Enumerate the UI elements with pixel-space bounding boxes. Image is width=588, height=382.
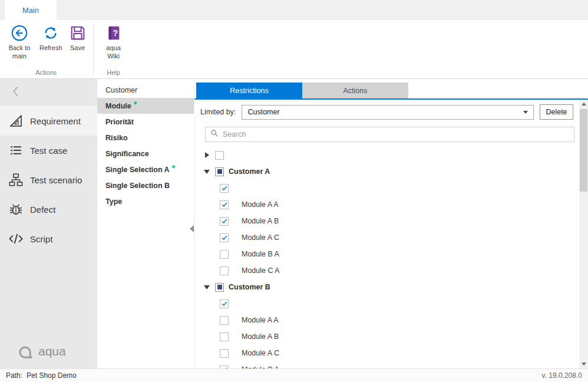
ribbon-tabstrip: Main — [0, 0, 588, 20]
expander-expanded-icon[interactable] — [204, 168, 210, 175]
tree-row[interactable]: Customer A — [194, 163, 588, 180]
ribbon-group-label: Actions — [2, 69, 90, 78]
tree-row[interactable]: Module A C — [194, 229, 588, 246]
tree-row[interactable] — [194, 180, 588, 196]
sidebar-item-defect[interactable]: Defect — [0, 195, 97, 224]
sidebar-item-requirement[interactable]: Requirement — [0, 106, 97, 136]
tree-row[interactable]: Module A B — [194, 213, 588, 229]
field-label: Priorität — [105, 118, 134, 126]
restrictions-tree: Customer AModule A AModule A BModule A C… — [194, 147, 588, 368]
ribbon-button-label: Save — [70, 44, 85, 52]
main-panel: Restrictions Actions Limited by: Custome… — [194, 79, 588, 368]
main-tabs: Restrictions Actions — [194, 83, 588, 100]
checkbox-partial[interactable] — [215, 167, 224, 176]
set-square-icon — [8, 113, 24, 129]
sidebar-item-label: Script — [30, 234, 52, 244]
ribbon-tab-main[interactable]: Main — [5, 0, 57, 20]
field-label: Single Selection B — [105, 182, 170, 190]
checkbox-checked[interactable] — [220, 184, 229, 193]
hierarchy-icon — [8, 172, 24, 187]
checkbox-checked[interactable] — [220, 233, 229, 242]
tab-restrictions[interactable]: Restrictions — [196, 83, 302, 98]
tree-row[interactable]: Module A A — [194, 196, 588, 213]
checkbox-unchecked[interactable] — [220, 266, 229, 275]
ribbon-body: Back to main Refresh Save Actions ? aqua… — [0, 20, 588, 78]
field-label: Significance — [105, 150, 149, 158]
sidebar-item-label: Test case — [30, 146, 67, 156]
scroll-down-icon[interactable] — [579, 360, 588, 368]
field-label: Customer — [105, 86, 137, 94]
checkbox-unchecked[interactable] — [220, 349, 229, 358]
checkbox-unchecked[interactable] — [215, 151, 224, 160]
panel-collapse-handle[interactable] — [190, 225, 194, 232]
partial-check-mark — [217, 169, 222, 174]
tree-item-label: Customer B — [229, 283, 270, 291]
tab-actions[interactable]: Actions — [302, 83, 408, 98]
content-area: Requirement Test case Test scenario Defe… — [0, 79, 588, 368]
vertical-scrollbar[interactable] — [579, 100, 588, 368]
checkbox-unchecked[interactable] — [220, 250, 229, 259]
field-label: Single Selection A — [105, 166, 170, 174]
checkbox-checked[interactable] — [220, 299, 229, 308]
field-item-risiko[interactable]: Risiko — [97, 130, 194, 146]
tree-row[interactable]: Module B A — [194, 361, 588, 368]
field-label: Type — [105, 197, 122, 206]
required-asterisk: * — [172, 163, 176, 173]
path-label: Path: — [6, 371, 22, 380]
sidebar-collapse-button[interactable] — [0, 79, 97, 106]
checkbox-unchecked[interactable] — [220, 316, 229, 325]
delete-button[interactable]: Delete — [540, 104, 573, 120]
svg-text:?: ? — [113, 28, 118, 38]
code-icon — [8, 231, 24, 246]
field-item-type[interactable]: Type — [97, 193, 194, 209]
aqua-wiki-button[interactable]: ? aqua Wiki — [97, 23, 131, 62]
required-asterisk: * — [134, 99, 137, 109]
tree-item-label: Module A C — [242, 349, 279, 357]
tree-row[interactable]: Module A C — [194, 345, 588, 361]
refresh-button[interactable]: Refresh — [37, 23, 65, 53]
ribbon-group-actions: Back to main Refresh Save Actions — [2, 20, 90, 78]
ribbon-group-label: Help — [97, 69, 131, 78]
scrollbar-thumb[interactable] — [580, 109, 587, 192]
ribbon-group-help: ? aqua Wiki Help — [97, 20, 131, 78]
sidebar-item-script[interactable]: Script — [0, 224, 97, 253]
ribbon-button-label: aqua Wiki — [100, 44, 128, 61]
tree-row[interactable] — [194, 295, 588, 312]
limited-by-value: Customer — [247, 108, 279, 116]
checkbox-partial[interactable] — [215, 283, 224, 292]
field-label: Module — [105, 102, 131, 110]
limited-by-dropdown[interactable]: Customer — [242, 105, 534, 120]
checkbox-unchecked[interactable] — [220, 332, 229, 341]
field-item-module[interactable]: Module* — [97, 98, 194, 114]
tree-item-label: Customer A — [229, 167, 270, 176]
field-item-single-selection-b[interactable]: Single Selection B — [97, 177, 194, 193]
field-item-priorit-t[interactable]: Priorität — [97, 114, 194, 130]
back-to-main-button[interactable]: Back to main — [2, 23, 37, 62]
checkbox-checked[interactable] — [220, 217, 229, 226]
ribbon-group-buttons: ? aqua Wiki — [97, 20, 131, 69]
sidebar-item-test-case[interactable]: Test case — [0, 136, 97, 165]
checkbox-checked[interactable] — [220, 200, 229, 209]
expander-collapsed-icon[interactable] — [204, 152, 210, 159]
scroll-up-icon[interactable] — [579, 100, 588, 108]
field-label: Risiko — [105, 134, 128, 142]
field-item-customer[interactable]: Customer — [97, 82, 194, 98]
tree-row[interactable]: Module A B — [194, 328, 588, 345]
sidebar-item-label: Test scenario — [30, 175, 82, 185]
field-item-significance[interactable]: Significance — [97, 146, 194, 162]
ribbon-button-label: Refresh — [39, 44, 62, 52]
aqua-logo-icon — [18, 344, 33, 359]
search-input[interactable] — [223, 130, 569, 139]
tree-row[interactable]: Module B A — [194, 246, 588, 262]
tree-row[interactable]: Module A A — [194, 312, 588, 328]
tree-row[interactable]: Module C A — [194, 262, 588, 279]
sidebar: Requirement Test case Test scenario Defe… — [0, 79, 97, 368]
field-item-single-selection-a[interactable]: Single Selection A* — [97, 162, 194, 177]
sidebar-item-test-scenario[interactable]: Test scenario — [0, 165, 97, 195]
path-value: Pet Shop Demo — [27, 371, 77, 380]
ribbon-group-separator — [93, 24, 94, 75]
tree-row[interactable] — [194, 147, 588, 163]
save-button[interactable]: Save — [65, 23, 90, 53]
expander-expanded-icon[interactable] — [204, 284, 210, 291]
tree-row[interactable]: Customer B — [194, 279, 588, 295]
